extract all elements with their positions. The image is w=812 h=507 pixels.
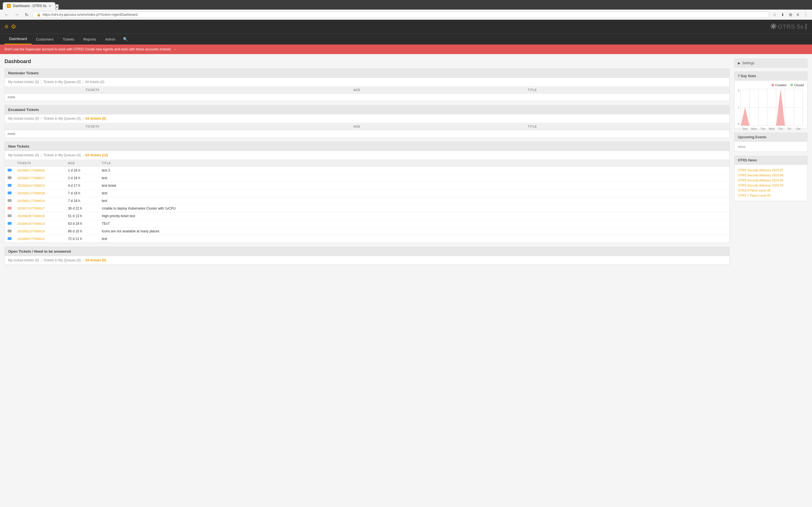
reminder-in-queues-tab[interactable]: Tickets in My Queues (0) <box>43 80 81 84</box>
reminder-my-locked-tab[interactable]: My locked tickets (0) <box>8 80 39 84</box>
ticket-link[interactable]: 2023081177000019 <box>17 199 45 203</box>
news-item[interactable]: OTRS 7 Patch Level 45 <box>738 193 804 198</box>
download-button[interactable]: ⬇ <box>779 12 786 17</box>
upcoming-events-section: Upcoming Events none <box>734 133 808 152</box>
back-button[interactable]: ← <box>3 11 11 18</box>
ticket-priority-cell <box>5 182 14 189</box>
ticket-priority-cell <box>5 235 14 243</box>
ticket-age-cell: 1 d 16 h <box>65 167 99 174</box>
stats-chart: Sun Mon Tue Wed Thu Fri Sat <box>741 89 803 126</box>
escalated-tickets-section: Escalated Tickets My locked tickets (0) … <box>4 105 730 138</box>
col-status <box>5 87 83 94</box>
bookmark-button[interactable]: ☆ <box>771 12 778 17</box>
ticket-age-cell: 7 d 18 h <box>65 197 99 205</box>
search-icon[interactable]: 🔍 <box>120 34 131 44</box>
col-title: TITLE <box>525 87 729 94</box>
logo-text: OTRS 5s <box>777 23 804 31</box>
open-all-tab[interactable]: All tickets (0) <box>85 258 106 262</box>
extensions-button[interactable]: ⊞ <box>788 12 794 17</box>
tab-close-button[interactable]: ✕ <box>49 4 51 8</box>
open-tickets-tabs: My locked tickets (0) | Tickets in My Qu… <box>5 256 729 265</box>
lock-icon: 🔒 <box>37 13 41 17</box>
chart-legend: Created Closed <box>738 83 804 87</box>
news-item[interactable]: OTRS Security Advisory 2023-06 <box>738 173 804 178</box>
app-header: ⚙ ⏻ ✳ OTRS 5s Free <box>0 20 812 34</box>
alert-arrow: → <box>174 47 177 51</box>
ticket-number-cell[interactable]: 2023081177000028 <box>14 189 65 197</box>
ticket-number-cell[interactable]: 2023081177000019 <box>14 197 65 205</box>
ticket-row: 2023060777000012 72 d 11 h test <box>5 235 729 243</box>
ticket-number-cell[interactable]: 2023081777000026 <box>14 167 65 174</box>
forward-button[interactable]: → <box>13 11 21 18</box>
ticket-age-cell: 72 d 11 h <box>65 235 99 243</box>
priority-indicator <box>8 214 11 217</box>
new-in-queues-tab[interactable]: Tickets in My Queues (0) <box>43 153 81 157</box>
profile-button[interactable]: K <box>795 12 801 17</box>
ticket-number-cell[interactable]: 2023081477000013 <box>14 182 65 189</box>
news-item[interactable]: OTRS Security Advisory 2023-07 <box>738 168 804 173</box>
ticket-number-cell[interactable]: 2023081777000017 <box>14 174 65 182</box>
reminder-all-tab[interactable]: All tickets (0) <box>85 80 105 84</box>
ticket-number-cell[interactable]: 2023062877000018 <box>14 212 65 220</box>
ticket-priority-cell <box>5 189 14 197</box>
legend-created: Created <box>771 83 786 87</box>
escalated-in-queues-tab[interactable]: Tickets in My Queues (0) <box>43 117 81 121</box>
escalated-my-locked-tab[interactable]: My locked tickets (0) <box>8 117 39 121</box>
nav-customers[interactable]: Customers <box>32 34 58 44</box>
nav-admin[interactable]: Admin <box>101 34 120 44</box>
ticket-age-cell: 7 d 18 h <box>65 189 99 197</box>
reminder-tickets-section: Reminder Tickets My locked tickets (0) |… <box>4 68 730 101</box>
news-item[interactable]: OTRS Security Advisory 2023-04 <box>738 183 804 188</box>
ticket-number-cell[interactable]: 2023060777000012 <box>14 235 65 243</box>
url-text: https://otrs.try.apiculus.io/otrs/index.… <box>43 13 138 17</box>
escalated-all-tab[interactable]: All tickets (0) <box>85 117 106 121</box>
refresh-button[interactable]: ↻ <box>23 11 30 18</box>
ticket-link[interactable]: 2023081777000017 <box>17 176 45 180</box>
new-tab-button[interactable]: + <box>55 4 59 10</box>
new-all-tab[interactable]: All tickets (12) <box>85 153 108 157</box>
open-tickets-section: Open Tickets / Need to be answered My lo… <box>4 247 730 265</box>
reminder-tickets-tabs: My locked tickets (0) | Tickets in My Qu… <box>5 78 729 87</box>
y-label-1: 1 <box>738 106 740 109</box>
menu-button[interactable]: ⋮ <box>802 12 809 17</box>
nav-tickets[interactable]: Tickets <box>58 34 79 44</box>
ticket-number-cell[interactable]: 2023061677000013 <box>14 220 65 228</box>
header-icons: ⚙ ⏻ <box>4 24 16 29</box>
col-priority <box>5 160 14 167</box>
alert-banner: Don't use the Superuser account to work … <box>0 45 812 54</box>
ticket-link[interactable]: 2023062877000018 <box>17 214 45 218</box>
address-bar[interactable]: 🔒 https://otrs.try.apiculus.io/otrs/inde… <box>33 11 769 18</box>
new-my-locked-tab[interactable]: My locked tickets (0) <box>8 153 39 157</box>
col-ticket: TICKET# <box>14 160 65 167</box>
open-tickets-header: Open Tickets / Need to be answered <box>5 247 729 256</box>
open-my-locked-tab[interactable]: My locked tickets (0) <box>8 258 39 262</box>
settings-bar[interactable]: ▶ Settings <box>734 59 808 68</box>
news-item[interactable]: OTRS 8 Patch Level 35 <box>738 188 804 193</box>
ticket-link[interactable]: 2023061677000013 <box>17 222 45 225</box>
browser-tab[interactable]: ✕ Dashboard - OTRS 5s ✕ <box>3 2 55 10</box>
nav-dashboard[interactable]: Dashboard <box>4 34 32 45</box>
ticket-link[interactable]: 2023081777000026 <box>17 169 45 172</box>
nav-reports[interactable]: Reports <box>79 34 101 44</box>
ticket-link[interactable]: 2023081477000013 <box>17 184 45 187</box>
col-status <box>5 123 83 130</box>
ticket-link[interactable]: 2023061377000019 <box>17 230 45 233</box>
ticket-number-cell[interactable]: 2023061377000019 <box>14 228 65 235</box>
y-label-0: 0 <box>738 122 740 126</box>
otrs-news-content: OTRS Security Advisory 2023-07OTRS Secur… <box>734 165 807 201</box>
ticket-link[interactable]: 2023060777000012 <box>17 237 45 240</box>
open-in-queues-tab[interactable]: Tickets in My Queues (0) <box>43 258 81 262</box>
ticket-number-cell[interactable]: 2023071377000017 <box>14 205 65 212</box>
new-tickets-tabs: My locked tickets (0) | Tickets in My Qu… <box>5 151 729 160</box>
power-icon[interactable]: ⏻ <box>11 24 16 29</box>
day-sat: Sat <box>796 127 800 130</box>
ticket-title-cell: test <box>99 235 729 243</box>
news-item[interactable]: OTRS Security Advisory 2023-05 <box>738 178 804 183</box>
nav-bar: Dashboard Customers Tickets Reports Admi… <box>0 34 812 45</box>
ticket-link[interactable]: 2023081177000028 <box>17 191 45 195</box>
free-badge: Free <box>805 24 808 29</box>
ticket-link[interactable]: 2023071377000017 <box>17 207 45 210</box>
ticket-age-cell: 36 d 22 h <box>65 205 99 212</box>
settings-icon[interactable]: ⚙ <box>4 24 8 29</box>
ticket-row: 2023071377000017 36 d 22 h Unable to dep… <box>5 205 729 212</box>
